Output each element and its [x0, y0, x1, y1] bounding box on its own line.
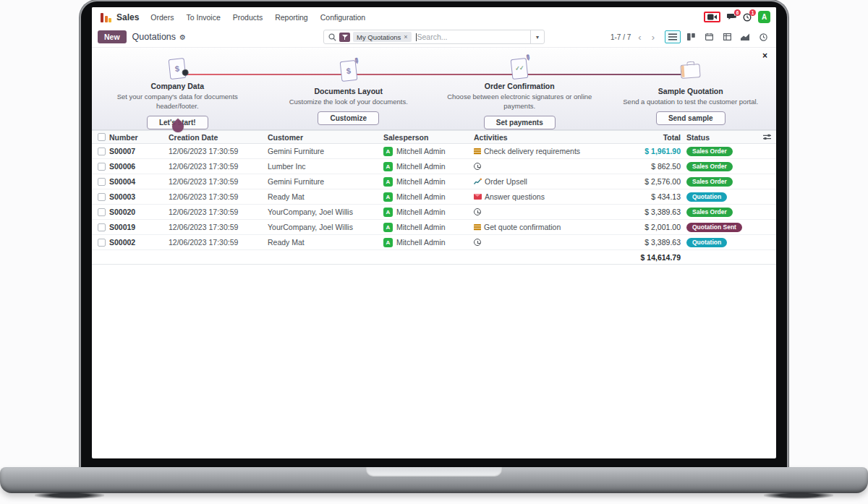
cell-activities[interactable] — [474, 163, 592, 170]
cell-activities[interactable] — [474, 208, 592, 215]
salesperson-name: Mitchell Admin — [396, 192, 446, 201]
messages-icon[interactable]: 6 — [727, 13, 736, 21]
cell-total: $ 3,389.63 — [592, 208, 685, 216]
select-all-checkbox[interactable] — [98, 133, 106, 141]
search-icon — [328, 33, 336, 41]
table-row[interactable]: S00007 12/06/2023 17:30:59 Gemini Furnit… — [92, 144, 776, 159]
table-row[interactable]: S00003 12/06/2023 17:30:59 Ready Mat A M… — [92, 189, 776, 205]
view-calendar-icon[interactable] — [701, 30, 717, 43]
column-number[interactable]: Number — [109, 133, 169, 142]
new-button[interactable]: New — [98, 30, 127, 43]
cell-number: S00019 — [109, 223, 169, 231]
cell-status: Sales Order — [685, 176, 757, 187]
row-checkbox[interactable] — [98, 223, 106, 231]
cell-activities[interactable] — [474, 239, 592, 246]
step-description: Choose between electronic signatures or … — [442, 93, 597, 111]
cell-salesperson: A Mitchell Admin — [383, 177, 474, 187]
app-name[interactable]: Sales — [116, 12, 139, 22]
top-navbar: Sales Orders To Invoice Products Reporti… — [92, 7, 776, 27]
table-row[interactable]: S00002 12/06/2023 17:30:59 Ready Mat A M… — [92, 235, 776, 250]
customize-button[interactable]: Customize — [318, 111, 379, 125]
view-kanban-icon[interactable] — [683, 30, 699, 43]
pager-previous-icon[interactable]: ‹ — [635, 33, 644, 42]
salesperson-avatar: A — [383, 238, 393, 247]
pager-next-icon[interactable]: › — [649, 33, 658, 42]
table-row[interactable]: S00020 12/06/2023 17:30:59 YourCompany, … — [92, 205, 776, 220]
column-customer[interactable]: Customer — [268, 133, 383, 142]
menu-item-reporting[interactable]: Reporting — [275, 13, 308, 22]
breadcrumb[interactable]: Quotations — [132, 32, 176, 42]
row-checkbox[interactable] — [98, 208, 106, 216]
row-checkbox[interactable] — [98, 193, 106, 201]
salesperson-avatar: A — [383, 192, 393, 202]
video-camera-icon[interactable] — [707, 14, 717, 20]
cell-status: Quotation — [685, 192, 757, 202]
row-checkbox[interactable] — [98, 163, 106, 171]
cell-creation-date: 12/06/2023 17:30:59 — [169, 192, 268, 201]
cell-total: $ 434.13 — [592, 192, 685, 201]
salesperson-name: Mitchell Admin — [396, 147, 446, 155]
row-checkbox[interactable] — [98, 239, 106, 247]
view-pivot-icon[interactable] — [719, 30, 735, 43]
search-dropdown-toggle[interactable]: ▾ — [530, 30, 544, 43]
cell-activities[interactable]: Order Upsell — [474, 177, 592, 186]
cell-status: Quotation Sent — [685, 222, 757, 232]
cell-salesperson: A Mitchell Admin — [383, 238, 474, 247]
menu-item-to-invoice[interactable]: To Invoice — [186, 13, 220, 22]
set-payments-button[interactable]: Set payments — [484, 116, 556, 129]
optional-columns-icon[interactable] — [757, 134, 776, 140]
tasks-list-icon — [474, 148, 481, 155]
search-bar[interactable]: My Quotations × Search... ▾ — [323, 30, 545, 44]
search-facet: My Quotations × — [353, 32, 412, 42]
table-body: S00007 12/06/2023 17:30:59 Gemini Furnit… — [92, 144, 776, 250]
table-row[interactable]: S00006 12/06/2023 17:30:59 Lumber Inc A … — [92, 159, 776, 174]
cell-number: S00006 — [109, 162, 169, 171]
facet-remove-icon[interactable]: × — [404, 33, 407, 40]
row-checkbox[interactable] — [98, 148, 106, 155]
column-creation-date[interactable]: Creation Date — [169, 133, 268, 142]
salesperson-name: Mitchell Admin — [396, 177, 446, 186]
gear-icon[interactable]: ⚙ — [179, 33, 186, 41]
laptop-bezel: Sales Orders To Invoice Products Reporti… — [81, 1, 787, 469]
status-badge: Sales Order — [686, 177, 733, 187]
search-input[interactable]: Search... — [417, 33, 530, 41]
table-row[interactable]: S00004 12/06/2023 17:30:59 Gemini Furnit… — [92, 174, 776, 189]
user-avatar[interactable]: A — [758, 11, 770, 23]
cell-activities[interactable]: Answer questions — [474, 192, 592, 201]
cell-salesperson: A Mitchell Admin — [383, 208, 474, 217]
salesperson-name: Mitchell Admin — [396, 238, 446, 247]
documents-layout-icon: $✎ — [341, 56, 357, 85]
column-activities[interactable]: Activities — [474, 133, 592, 142]
row-checkbox[interactable] — [98, 178, 106, 186]
table-row[interactable]: S00019 12/06/2023 17:30:59 YourCompany, … — [92, 220, 776, 235]
sample-quotation-icon — [681, 56, 700, 85]
column-salesperson[interactable]: Salesperson — [383, 133, 474, 142]
menu-item-orders[interactable]: Orders — [150, 13, 174, 22]
activity-label: Answer questions — [485, 192, 545, 201]
menu-item-products[interactable]: Products — [233, 13, 263, 22]
view-list-icon[interactable] — [665, 30, 681, 43]
salesperson-name: Mitchell Admin — [396, 223, 446, 231]
cell-activities[interactable]: Get quote confirmation — [474, 223, 592, 231]
cell-customer: YourCompany, Joel Willis — [268, 208, 383, 216]
cell-status: Sales Order — [685, 146, 757, 156]
cell-number: S00004 — [109, 177, 169, 186]
column-status[interactable]: Status — [685, 133, 757, 142]
clock-icon — [474, 163, 481, 170]
cell-total: $ 1,961.90 — [592, 147, 685, 155]
pager-and-views: 1-7 / 7 ‹ › — [610, 30, 771, 43]
view-graph-icon[interactable] — [737, 30, 753, 43]
cell-activities[interactable]: Check delivery requirements — [474, 147, 592, 155]
onboarding-step-order-confirmation: ✓✓✎ Order Confirmation Choose between el… — [434, 48, 605, 129]
column-total[interactable]: Total — [592, 133, 685, 142]
view-activity-icon[interactable] — [755, 30, 771, 43]
annotation-highlight — [704, 12, 720, 22]
status-badge: Quotation — [686, 238, 727, 247]
menu-item-configuration[interactable]: Configuration — [320, 13, 365, 22]
app-switcher-icon[interactable] — [101, 12, 111, 22]
app-window: Sales Orders To Invoice Products Reporti… — [92, 7, 776, 458]
cell-customer: Gemini Furniture — [268, 147, 383, 155]
table-header: Number Creation Date Customer Salesperso… — [92, 130, 776, 144]
activities-clock-icon[interactable]: 1 — [743, 13, 752, 22]
send-sample-button[interactable]: Send sample — [656, 111, 726, 125]
